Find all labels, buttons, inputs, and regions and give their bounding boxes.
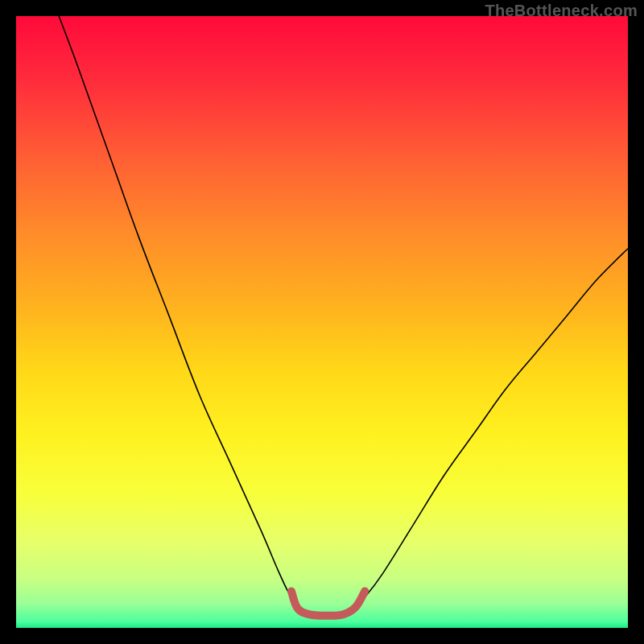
- bottleneck-curve: [59, 16, 628, 616]
- chart-frame: TheBottleneck.com: [0, 0, 644, 644]
- plot-area: [16, 16, 628, 628]
- bottleneck-curve-svg: [16, 16, 628, 628]
- optimal-range-marker: [291, 591, 365, 615]
